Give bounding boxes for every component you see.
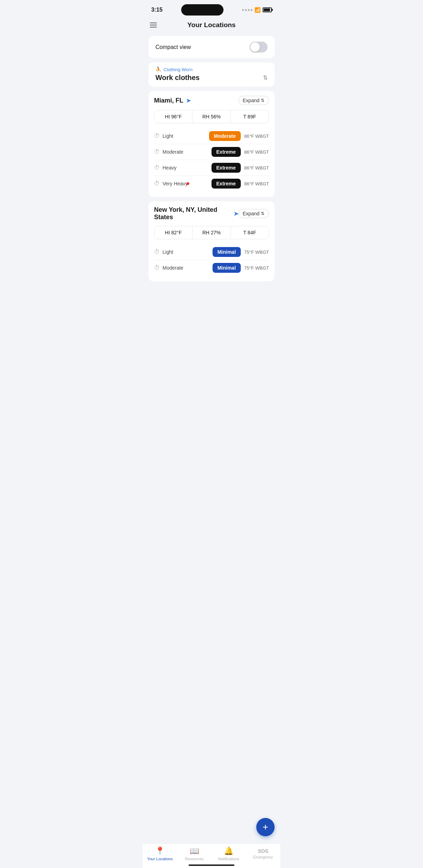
activity-name-0-3: Very Heavy: [163, 181, 188, 186]
location-arrow-1: ➤: [234, 210, 238, 217]
location-header-1: New York, NY, United States➤Expand ⇅: [154, 206, 269, 221]
location-name-1: New York, NY, United States➤: [154, 206, 238, 221]
wbgt-1-0: 75°F WBGT: [244, 250, 269, 255]
activity-row-0-1: ⏱ModerateExtreme86°F WBGT: [154, 144, 269, 160]
signal-icon: [242, 9, 252, 11]
weather-row-0: HI 96°FRH 56%T 89F: [154, 110, 269, 123]
status-time: 3:15: [151, 7, 163, 13]
notch: [181, 4, 223, 16]
wbgt-0-3: 86°F WBGT: [244, 181, 269, 186]
header: Your Locations: [143, 17, 280, 35]
location-name-0: Miami, FL➤: [154, 97, 191, 104]
activity-row-0-3: ⏱Very HeavyExtreme86°F WBGT: [154, 176, 269, 191]
menu-button[interactable]: [150, 23, 157, 27]
alert-dot: [186, 182, 189, 185]
main-content: Compact view ⛹ Clothing Worn Work clothe…: [143, 35, 280, 321]
clothing-header: ⛹ Clothing Worn: [155, 67, 268, 72]
risk-badge-0-1: Extreme: [212, 147, 241, 157]
activity-row-0-2: ⏱HeavyExtreme86°F WBGT: [154, 160, 269, 176]
location-cards: Miami, FL➤Expand ⇅HI 96°FRH 56%T 89F⏱Lig…: [148, 91, 275, 281]
activity-name-0-2: Heavy: [163, 165, 177, 171]
risk-badge-1-0: Minimal: [213, 247, 241, 257]
wbgt-0-1: 86°F WBGT: [244, 149, 269, 155]
clock-icon: ⏱: [154, 133, 160, 139]
expand-button-0[interactable]: Expand ⇅: [238, 96, 269, 105]
wifi-icon: 📶: [255, 7, 260, 13]
clock-icon: ⏱: [154, 249, 160, 255]
clock-icon: ⏱: [154, 165, 160, 171]
expand-button-1[interactable]: Expand ⇅: [238, 209, 269, 218]
weather-t-0: T 89F: [231, 110, 269, 123]
activity-row-1-0: ⏱LightMinimal75°F WBGT: [154, 244, 269, 260]
clothing-section-label: Clothing Worn: [164, 67, 192, 72]
status-icons: 📶: [242, 7, 272, 13]
activity-name-0-1: Moderate: [163, 149, 183, 155]
clock-icon: ⏱: [154, 180, 160, 187]
clothing-value-row: Work clothes ⇅: [155, 74, 268, 82]
compact-view-toggle[interactable]: [250, 42, 268, 53]
weather-rh-1: RH 27%: [192, 226, 231, 239]
chevron-updown-icon: ⇅: [263, 74, 268, 81]
risk-badge-0-2: Extreme: [212, 163, 241, 173]
location-card-1: New York, NY, United States➤Expand ⇅HI 8…: [148, 201, 275, 281]
weather-hi-0: HI 96°F: [154, 110, 192, 123]
status-bar: 3:15 📶: [143, 0, 280, 17]
weather-row-1: HI 82°FRH 27%T 84F: [154, 226, 269, 239]
battery-icon: [263, 7, 272, 12]
activity-name-1-0: Light: [163, 249, 173, 255]
activity-name-1-1: Moderate: [163, 265, 183, 271]
clock-icon: ⏱: [154, 265, 160, 271]
page-title: Your Locations: [188, 21, 236, 29]
clothing-worn-card: ⛹ Clothing Worn Work clothes ⇅: [148, 62, 275, 87]
clock-icon: ⏱: [154, 149, 160, 155]
wbgt-0-2: 86°F WBGT: [244, 165, 269, 171]
location-header-0: Miami, FL➤Expand ⇅: [154, 96, 269, 105]
weather-rh-0: RH 56%: [192, 110, 231, 123]
compact-view-label: Compact view: [155, 44, 191, 50]
compact-view-card: Compact view: [148, 36, 275, 58]
activity-name-0-0: Light: [163, 133, 173, 139]
weather-hi-1: HI 82°F: [154, 226, 192, 239]
person-icon: ⛹: [155, 67, 161, 72]
clothing-worn-row[interactable]: ⛹ Clothing Worn Work clothes ⇅: [148, 62, 275, 87]
location-arrow-0: ➤: [186, 97, 191, 104]
risk-badge-1-1: Minimal: [213, 263, 241, 273]
risk-badge-0-0: Moderate: [209, 131, 241, 141]
clothing-value: Work clothes: [155, 74, 200, 82]
location-card-0: Miami, FL➤Expand ⇅HI 96°FRH 56%T 89F⏱Lig…: [148, 91, 275, 197]
risk-badge-0-3: Extreme: [212, 179, 241, 189]
phone-frame: 3:15 📶 Your Locations Co: [143, 0, 280, 321]
activity-row-0-0: ⏱LightModerate86°F WBGT: [154, 128, 269, 144]
wbgt-0-0: 86°F WBGT: [244, 134, 269, 139]
toggle-thumb: [250, 42, 260, 52]
compact-view-row: Compact view: [148, 36, 275, 58]
weather-t-1: T 84F: [231, 226, 269, 239]
activity-row-1-1: ⏱ModerateMinimal75°F WBGT: [154, 260, 269, 276]
wbgt-1-1: 75°F WBGT: [244, 265, 269, 271]
